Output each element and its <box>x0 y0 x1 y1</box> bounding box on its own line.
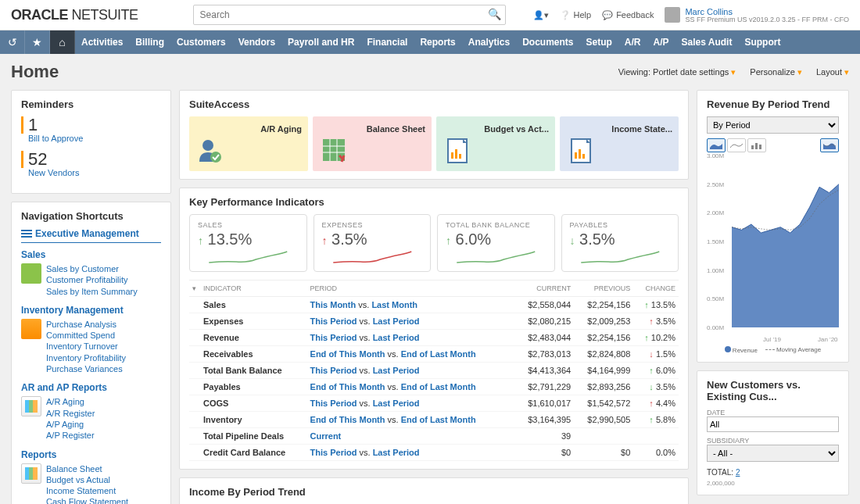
shortcut-link[interactable]: A/R Register <box>46 408 95 419</box>
shortcut-heading[interactable]: Reports <box>21 449 161 460</box>
shortcut-link[interactable]: Purchase Variances <box>46 363 126 374</box>
shortcut-link[interactable]: Income Statement <box>46 485 128 496</box>
role-switcher[interactable]: 👤▾ <box>533 10 549 20</box>
user-menu[interactable]: Marc Collins SS FF Premium US v2019.2.0 … <box>665 7 849 23</box>
kpi-col-header[interactable]: CURRENT <box>514 281 574 297</box>
home-icon[interactable]: ⌂ <box>50 30 75 54</box>
search-input[interactable] <box>193 5 506 25</box>
feedback-link[interactable]: 💬 Feedback <box>602 10 654 20</box>
sparkline-icon <box>570 248 671 266</box>
reminder-link[interactable]: Bill to Approve <box>21 134 161 143</box>
suiteaccess-portlet: SuiteAccess A/R Aging Balance Sheet Budg… <box>179 90 689 180</box>
search-icon[interactable]: 🔍 <box>488 8 501 20</box>
nav-shortcuts-portlet: Navigation Shortcuts Executive Managemen… <box>11 202 171 504</box>
suiteaccess-income[interactable]: Income State... <box>560 116 679 171</box>
svg-rect-13 <box>579 149 581 159</box>
svg-rect-8 <box>451 152 453 159</box>
shortcut-link[interactable]: A/P Aging <box>46 419 95 430</box>
nav-activities[interactable]: Activities <box>75 30 129 54</box>
chart-line-icon[interactable] <box>727 138 746 152</box>
nav-ar[interactable]: A/R <box>618 30 647 54</box>
shortcut-heading[interactable]: Sales <box>21 249 161 260</box>
nav-ap[interactable]: A/P <box>647 30 675 54</box>
chart-compare-icon[interactable] <box>820 138 839 152</box>
suiteaccess-ar-aging[interactable]: A/R Aging <box>189 116 308 171</box>
revenue-period-select[interactable]: By Period <box>707 116 839 134</box>
avatar-icon <box>665 7 680 23</box>
revenue-trend-portlet: Revenue By Period Trend By Period 3.00M2… <box>697 90 849 363</box>
date-filter-input[interactable] <box>707 416 839 432</box>
shortcut-link[interactable]: Sales by Customer <box>46 263 138 274</box>
shortcut-link[interactable]: A/R Aging <box>46 396 95 407</box>
table-row: ExpensesThis Period vs. Last Period$2,08… <box>189 313 679 330</box>
kpi-col-header[interactable]: PREVIOUS <box>574 281 633 297</box>
nav-analytics[interactable]: Analytics <box>462 30 516 54</box>
kpi-col-header[interactable]: INDICATOR <box>200 281 307 297</box>
nav-setup[interactable]: Setup <box>580 30 618 54</box>
shortcut-heading[interactable]: AR and AP Reports <box>21 382 161 393</box>
reminders-portlet: Reminders 1 Bill to Approve 52 New Vendo… <box>11 90 171 194</box>
svg-point-1 <box>210 152 221 163</box>
sparkline-icon <box>198 248 299 266</box>
kpi-col-header[interactable]: ▾ <box>189 281 200 297</box>
chart-area-icon[interactable] <box>707 138 726 152</box>
main-nav: ↺ ★ ⌂ ActivitiesBillingCustomersVendorsP… <box>0 30 860 54</box>
person-check-icon <box>197 137 224 163</box>
layout-link[interactable]: Layout ▾ <box>816 67 849 77</box>
shortcut-link[interactable]: Inventory Turnover <box>46 341 126 352</box>
suiteaccess-budget[interactable]: Budget vs Act... <box>436 116 555 171</box>
nav-customers[interactable]: Customers <box>170 30 232 54</box>
shortcut-link[interactable]: Sales by Item Summary <box>46 286 138 297</box>
shortcut-link[interactable]: Inventory Profitability <box>46 352 126 363</box>
shortcut-link[interactable]: A/P Register <box>46 430 95 441</box>
shortcut-link[interactable]: Purchase Analysis <box>46 319 126 330</box>
shortcut-link[interactable]: Balance Sheet <box>46 463 128 474</box>
kpi-col-header[interactable]: CHANGE <box>633 281 679 297</box>
star-icon[interactable]: ★ <box>25 30 50 54</box>
kpi-card[interactable]: PAYABLES↓ 3.5% <box>561 214 679 272</box>
help-link[interactable]: ❔ Help <box>560 10 592 20</box>
shortcut-link[interactable]: Customer Profitability <box>46 274 138 285</box>
shortcut-link[interactable]: Cash Flow Statement <box>46 496 128 504</box>
svg-rect-17 <box>759 145 761 149</box>
nav-billing[interactable]: Billing <box>129 30 170 54</box>
svg-rect-15 <box>751 145 754 149</box>
shortcut-group-icon <box>21 463 41 484</box>
chart-bar-icon[interactable] <box>747 138 766 152</box>
suiteaccess-balance-sheet[interactable]: Balance Sheet <box>313 116 432 171</box>
page-title: Home <box>11 62 59 82</box>
nav-support[interactable]: Support <box>738 30 787 54</box>
nav-documents[interactable]: Documents <box>516 30 579 54</box>
shortcut-group-icon <box>21 319 41 339</box>
kpi-card[interactable]: TOTAL BANK BALANCE↑ 6.0% <box>437 214 555 272</box>
logo: ORACLE NETSUITE <box>11 7 138 23</box>
nav-vendors[interactable]: Vendors <box>232 30 281 54</box>
nav-financial[interactable]: Financial <box>360 30 414 54</box>
exec-management-link[interactable]: Executive Management <box>21 228 161 243</box>
kpi-col-header[interactable]: PERIOD <box>307 281 515 297</box>
table-row: Total Bank BalanceThis Period vs. Last P… <box>189 363 679 379</box>
spreadsheet-icon <box>321 137 347 163</box>
nav-payrollandhr[interactable]: Payroll and HR <box>281 30 360 54</box>
revenue-chart <box>732 155 839 327</box>
sparkline-icon <box>446 248 546 266</box>
nav-salesaudit[interactable]: Sales Audit <box>675 30 739 54</box>
total-link[interactable]: 2 <box>736 468 740 477</box>
shortcut-link[interactable]: Committed Spend <box>46 330 126 341</box>
svg-rect-14 <box>582 154 585 159</box>
subsidiary-select[interactable]: - All - <box>707 445 839 462</box>
shortcut-link[interactable]: Budget vs Actual <box>46 474 128 485</box>
report-chart-icon <box>444 137 471 163</box>
history-icon[interactable]: ↺ <box>0 30 25 54</box>
nav-reports[interactable]: Reports <box>414 30 461 54</box>
reminder-link[interactable]: New Vendors <box>21 168 161 177</box>
kpi-card[interactable]: SALES↑ 13.5% <box>189 214 307 272</box>
income-trend-portlet: Income By Period Trend <box>179 477 689 504</box>
table-row: PayablesEnd of This Month vs. End of Las… <box>189 379 679 395</box>
kpi-card[interactable]: EXPENSES↑ 3.5% <box>314 214 432 272</box>
shortcut-heading[interactable]: Inventory Management <box>21 305 161 316</box>
personalize-link[interactable]: Personalize ▾ <box>750 67 802 77</box>
table-row: COGSThis Period vs. Last Period$1,610,01… <box>189 395 679 412</box>
viewing-selector[interactable]: Viewing: Portlet date settings ▾ <box>618 67 736 77</box>
table-row: Credit Card BalanceThis Period vs. Last … <box>189 445 679 461</box>
